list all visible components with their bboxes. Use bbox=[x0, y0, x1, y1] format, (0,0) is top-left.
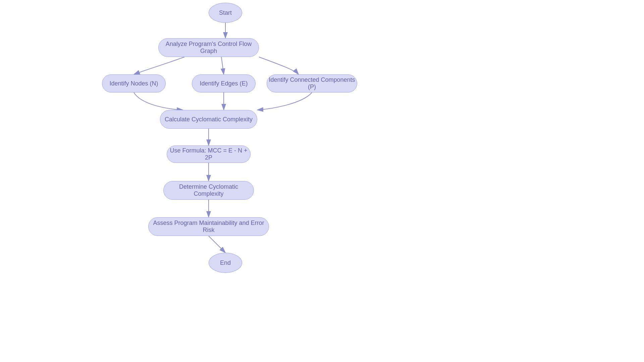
start-node: Start bbox=[209, 3, 242, 23]
svg-line-7 bbox=[209, 236, 225, 253]
determine-node: Determine Cyclomatic Complexity bbox=[163, 181, 254, 200]
diagram-container: Start Analyze Program's Control Flow Gra… bbox=[0, 0, 644, 362]
svg-line-2 bbox=[221, 57, 224, 74]
formula-node: Use Formula: MCC = E - N + 2P bbox=[167, 145, 251, 163]
assess-node: Assess Program Maintainability and Error… bbox=[148, 217, 269, 236]
end-node: End bbox=[209, 253, 242, 273]
analyze-node: Analyze Program's Control Flow Graph bbox=[158, 38, 259, 57]
calculate-node: Calculate Cyclomatic Complexity bbox=[160, 110, 257, 129]
flowchart-arrows bbox=[0, 0, 644, 362]
edges-e-node: Identify Edges (E) bbox=[192, 74, 256, 93]
components-p-node: Identify Connected Components (P) bbox=[267, 74, 357, 93]
nodes-n-node: Identify Nodes (N) bbox=[102, 74, 166, 93]
